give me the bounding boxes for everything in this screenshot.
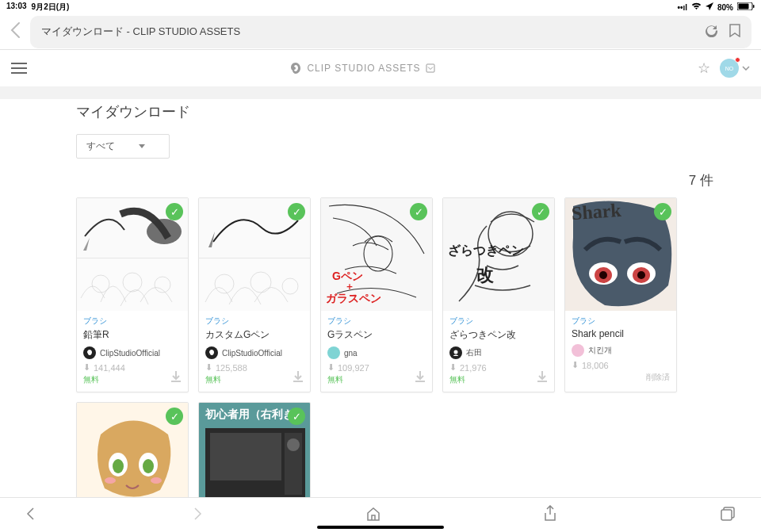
author-name: 치킨개 — [588, 345, 612, 356]
svg-point-5 — [92, 275, 109, 293]
notification-dot — [735, 57, 740, 63]
asset-card[interactable]: ✓ — [76, 402, 189, 511]
download-button[interactable] — [535, 369, 549, 387]
check-badge-icon: ✓ — [166, 203, 183, 220]
back-button[interactable] — [10, 21, 21, 42]
thumb-text: Shark — [571, 200, 621, 224]
signal-icon: ••ıl — [677, 3, 687, 12]
svg-rect-3 — [426, 64, 434, 72]
avatar: NO — [720, 59, 739, 78]
download-button[interactable] — [291, 369, 305, 387]
download-count: 109,927 — [338, 363, 369, 373]
check-badge-icon: ✓ — [288, 408, 305, 425]
check-badge-icon: ✓ — [410, 203, 427, 220]
status-bar: 13:03 9月2日(月) ••ıl 80% — [0, 0, 761, 14]
svg-point-7 — [155, 277, 170, 293]
download-count: 18,006 — [582, 361, 609, 370]
svg-rect-2 — [753, 5, 755, 8]
author-icon — [449, 346, 462, 359]
download-icon: ⬇ — [572, 360, 579, 370]
asset-grid: ✓ ブラシ 鉛筆R ClipStudioOfficial ⬇141,444 — [76, 197, 761, 511]
filter-select[interactable]: すべて — [76, 134, 170, 159]
svg-rect-1 — [739, 4, 749, 10]
category: ブラシ — [572, 316, 670, 327]
thumb-text: ざらつきペン — [448, 243, 524, 259]
svg-point-10 — [282, 278, 298, 294]
check-badge-icon: ✓ — [532, 203, 549, 220]
battery-icon — [737, 2, 755, 12]
menu-icon[interactable] — [11, 63, 27, 74]
download-button[interactable] — [413, 369, 427, 387]
svg-point-9 — [250, 272, 271, 293]
price: 無料 — [449, 374, 548, 385]
download-button[interactable] — [169, 369, 183, 387]
svg-point-6 — [123, 273, 142, 292]
download-icon: ⬇ — [205, 362, 212, 373]
download-count: 21,976 — [460, 363, 487, 373]
asset-card[interactable]: ✓ ブラシ カスタムGペン ClipStudioOfficial ⬇125,58… — [198, 197, 311, 392]
asset-title: ざらつきペン改 — [449, 328, 548, 342]
favorite-icon[interactable]: ☆ — [698, 59, 710, 77]
category: ブラシ — [327, 316, 426, 327]
author-icon — [205, 346, 218, 359]
app-header: CLIP STUDIO ASSETS ☆ NO — [0, 50, 761, 86]
home-icon[interactable] — [365, 506, 381, 525]
deleted-label: 削除済 — [572, 372, 670, 383]
svg-point-11 — [364, 236, 392, 271]
download-icon: ⬇ — [449, 362, 457, 373]
svg-rect-34 — [721, 510, 732, 520]
price: 無料 — [205, 374, 304, 385]
battery-pct: 80% — [717, 3, 733, 12]
svg-rect-30 — [210, 433, 281, 480]
author-icon — [327, 346, 340, 359]
svg-point-25 — [113, 459, 124, 473]
svg-point-32 — [287, 438, 300, 451]
category: ブラシ — [83, 316, 182, 327]
nav-back-icon[interactable] — [25, 507, 35, 524]
svg-point-26 — [143, 459, 154, 473]
tabs-icon[interactable] — [720, 507, 736, 524]
price: 無料 — [327, 374, 426, 385]
thumb-text: 改 — [476, 263, 494, 287]
asset-title: 鉛筆R — [83, 328, 182, 342]
asset-card[interactable]: ✓ Shark ブラシ Shark pencil 치킨개 ⬇18 — [564, 197, 677, 392]
content-area: マイダウンロード すべて 7 件 ✓ — [0, 99, 761, 532]
svg-point-20 — [637, 271, 645, 279]
user-menu[interactable]: NO — [720, 59, 750, 78]
asset-card[interactable]: ✓ 初心者用（右利き — [198, 402, 311, 511]
page-url-title: マイダウンロード - CLIP STUDIO ASSETS — [41, 25, 240, 39]
author-name: gna — [344, 349, 358, 358]
thumb-text: ガラスペン — [326, 292, 381, 306]
status-date: 9月2日(月) — [32, 2, 70, 13]
category: ブラシ — [205, 316, 304, 327]
page-title: マイダウンロード — [76, 102, 761, 121]
author-icon — [572, 344, 584, 357]
download-count: 141,444 — [94, 363, 125, 373]
thumb-text: 初心者用（右利き — [205, 408, 294, 422]
author-name: 右田 — [466, 347, 482, 358]
svg-point-13 — [454, 350, 458, 354]
reload-icon[interactable] — [705, 24, 718, 40]
nav-forward-icon[interactable] — [193, 507, 203, 524]
check-badge-icon: ✓ — [166, 408, 183, 425]
svg-point-8 — [215, 274, 234, 293]
wifi-icon — [691, 2, 702, 12]
bookmark-icon[interactable] — [729, 24, 740, 40]
author-name: ClipStudioOfficial — [100, 349, 160, 358]
brand-title[interactable]: CLIP STUDIO ASSETS — [289, 62, 434, 75]
asset-card[interactable]: ✓ ブラシ 鉛筆R ClipStudioOfficial ⬇141,444 — [76, 197, 189, 392]
browser-bar: マイダウンロード - CLIP STUDIO ASSETS — [0, 14, 761, 49]
url-bar[interactable]: マイダウンロード - CLIP STUDIO ASSETS — [30, 16, 751, 48]
check-badge-icon: ✓ — [654, 203, 671, 220]
asset-card[interactable]: ✓ Gペン ＋ ガラスペン ブラシ Gラスペン gna ⬇109,927 無料 — [320, 197, 433, 392]
download-icon: ⬇ — [83, 362, 90, 373]
svg-point-19 — [599, 271, 607, 279]
asset-card[interactable]: ✓ ざらつきペン 改 ブラシ ざらつきペン改 右田 ⬇21,976 無料 — [442, 197, 555, 392]
author-name: ClipStudioOfficial — [222, 349, 282, 358]
asset-title: Gラスペン — [327, 328, 426, 342]
status-time: 13:03 — [6, 2, 27, 13]
asset-title: カスタムGペン — [205, 328, 304, 342]
category: ブラシ — [449, 316, 548, 327]
share-icon[interactable] — [543, 505, 557, 526]
dropdown-icon — [426, 63, 435, 73]
